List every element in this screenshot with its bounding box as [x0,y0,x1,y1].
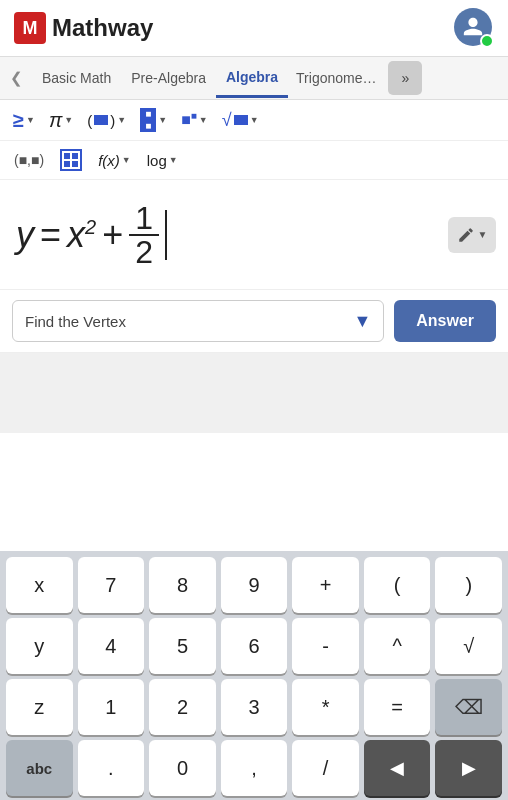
fx-arrow: ▼ [122,155,131,165]
key-y[interactable]: y [6,618,73,674]
key-x[interactable]: x [6,557,73,613]
toolbar-square[interactable]: ■■ ▼ [176,107,213,132]
problem-select-chevron: ▼ [353,311,371,332]
answer-button[interactable]: Answer [394,300,496,342]
key-comma[interactable]: , [221,740,288,796]
nav-tabs-bar: ❮ Basic Math Pre-Algebra Algebra Trigono… [0,57,508,100]
logo-area: M Mathway [14,12,153,44]
key-sqrt[interactable]: √ [435,618,502,674]
paren-symbol: ( [87,112,92,129]
toolbar-matrix[interactable] [54,146,88,174]
key-5[interactable]: 5 [149,618,216,674]
kb-row-1: x 7 8 9 + ( ) [6,557,502,613]
toolbar-row-2: (■,■) f(x) ▼ log ▼ [0,141,508,180]
content-spacer [0,353,508,433]
key-3[interactable]: 3 [221,679,288,735]
key-open-paren[interactable]: ( [364,557,431,613]
key-8[interactable]: 8 [149,557,216,613]
kb-row-3: z 1 2 3 * = ⌫ [6,679,502,735]
problem-select-label: Find the Vertex [25,313,126,330]
expr-plus: + [102,214,123,256]
toolbar-geq[interactable]: ≥ ▼ [8,106,40,135]
key-multiply[interactable]: * [292,679,359,735]
key-backspace[interactable]: ⌫ [435,679,502,735]
paren-close: ) [110,112,115,129]
toolbar-pi[interactable]: π ▼ [44,106,78,135]
user-icon [462,16,484,38]
interval-symbol: (■,■) [14,152,44,168]
nav-tab-basic-math[interactable]: Basic Math [32,60,121,96]
fraction-arrow: ▼ [158,115,167,125]
key-divide[interactable]: / [292,740,359,796]
sqrt-block [234,115,248,125]
key-abc[interactable]: abc [6,740,73,796]
nav-tab-trig[interactable]: Trigonome… [288,60,384,96]
header: M Mathway [0,0,508,57]
sqrt-symbol: √ [222,110,232,131]
nav-tab-algebra[interactable]: Algebra [216,59,288,98]
key-caret[interactable]: ^ [364,618,431,674]
toolbar-fx[interactable]: f(x) ▼ [92,149,137,172]
frac-denominator: 2 [129,236,159,268]
keyboard: x 7 8 9 + ( ) y 4 5 6 - ^ √ z 1 2 3 * = … [0,551,508,800]
key-2[interactable]: 2 [149,679,216,735]
logo-text: Mathway [52,14,153,42]
matrix-icon [60,149,82,171]
key-close-paren[interactable]: ) [435,557,502,613]
edit-button[interactable]: ▼ [448,217,496,253]
key-minus[interactable]: - [292,618,359,674]
toolbar-row-1: ≥ ▼ π ▼ ( ) ▼ ■ ■ ▼ ■■ ▼ √ ▼ [0,100,508,141]
expr-x2: x2 [67,214,96,256]
log-symbol: log [147,152,167,169]
nav-more-button[interactable]: » [388,61,422,95]
square-symbol: ■■ [181,110,197,129]
fx-symbol: f(x) [98,152,120,169]
logo-m-box: M [14,12,46,44]
paren-arrow: ▼ [117,115,126,125]
expression-area: y = x2 + 1 2 ▼ [0,180,508,290]
sqrt-arrow: ▼ [250,115,259,125]
expr-frac: 1 2 [129,202,159,268]
problem-row: Find the Vertex ▼ Answer [0,290,508,353]
key-6[interactable]: 6 [221,618,288,674]
pencil-icon [457,226,475,244]
key-1[interactable]: 1 [78,679,145,735]
pi-arrow: ▼ [64,115,73,125]
key-7[interactable]: 7 [78,557,145,613]
key-left-arrow[interactable]: ◀ [364,740,431,796]
kb-row-2: y 4 5 6 - ^ √ [6,618,502,674]
key-dot[interactable]: . [78,740,145,796]
fraction-icon: ■ ■ [140,108,156,132]
log-arrow: ▼ [169,155,178,165]
toolbar-fraction[interactable]: ■ ■ ▼ [135,105,172,135]
toolbar-interval[interactable]: (■,■) [8,149,50,171]
square-arrow: ▼ [199,115,208,125]
key-plus[interactable]: + [292,557,359,613]
key-right-arrow[interactable]: ▶ [435,740,502,796]
nav-tab-pre-algebra[interactable]: Pre-Algebra [121,60,216,96]
key-0[interactable]: 0 [149,740,216,796]
toolbar-sqrt[interactable]: √ ▼ [217,107,264,134]
geq-symbol: ≥ [13,109,24,132]
toolbar-paren[interactable]: ( ) ▼ [82,109,131,132]
key-z[interactable]: z [6,679,73,735]
avatar-online-badge [480,34,494,48]
edit-dropdown-arrow: ▼ [478,229,488,240]
expr-equals: = [40,214,61,256]
nav-left-arrow[interactable]: ❮ [0,57,32,99]
key-9[interactable]: 9 [221,557,288,613]
key-4[interactable]: 4 [78,618,145,674]
avatar-area[interactable] [454,8,494,48]
paren-block [94,115,108,125]
geq-arrow: ▼ [26,115,35,125]
toolbar-log[interactable]: log ▼ [141,149,184,172]
cursor [165,210,167,260]
expr-y: y [16,214,34,256]
kb-row-4: abc . 0 , / ◀ ▶ [6,740,502,796]
key-equals[interactable]: = [364,679,431,735]
pi-symbol: π [49,109,62,132]
math-expression: y = x2 + 1 2 [16,202,167,268]
problem-select[interactable]: Find the Vertex ▼ [12,300,384,342]
frac-numerator: 1 [129,202,159,236]
